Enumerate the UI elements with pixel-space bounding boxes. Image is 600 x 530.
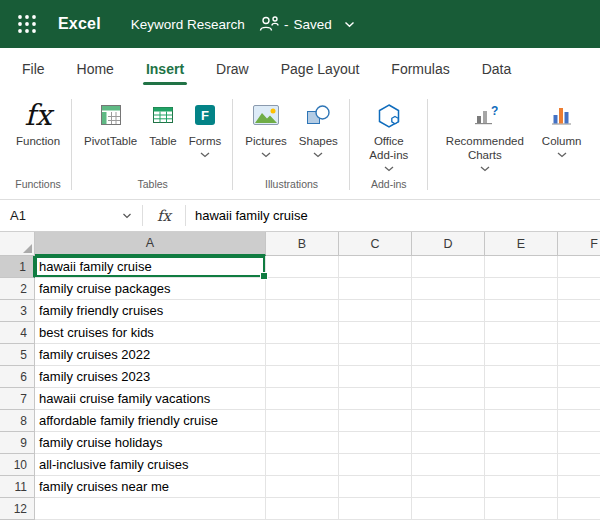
tab-data[interactable]: Data xyxy=(482,48,512,90)
cell-A1[interactable]: hawaii family cruise xyxy=(35,256,266,278)
cell-C7[interactable] xyxy=(339,388,412,410)
row-header-8[interactable]: 8 xyxy=(0,410,35,432)
cell-C3[interactable] xyxy=(339,300,412,322)
cell-B8[interactable] xyxy=(266,410,339,432)
cell-B10[interactable] xyxy=(266,454,339,476)
cell-E1[interactable] xyxy=(485,256,558,278)
cell-A9[interactable]: family cruise holidays xyxy=(35,432,266,454)
cell-E9[interactable] xyxy=(485,432,558,454)
cell-E6[interactable] xyxy=(485,366,558,388)
cell-F7[interactable] xyxy=(558,388,600,410)
row-header-12[interactable]: 12 xyxy=(0,498,35,520)
cell-B5[interactable] xyxy=(266,344,339,366)
cell-D8[interactable] xyxy=(412,410,485,432)
cell-E7[interactable] xyxy=(485,388,558,410)
row-header-5[interactable]: 5 xyxy=(0,344,35,366)
cell-C4[interactable] xyxy=(339,322,412,344)
row-header-6[interactable]: 6 xyxy=(0,366,35,388)
cell-C6[interactable] xyxy=(339,366,412,388)
cell-B2[interactable] xyxy=(266,278,339,300)
cell-F12[interactable] xyxy=(558,498,600,520)
cell-C8[interactable] xyxy=(339,410,412,432)
row-header-7[interactable]: 7 xyxy=(0,388,35,410)
column-header-F[interactable]: F xyxy=(558,232,600,256)
cell-D6[interactable] xyxy=(412,366,485,388)
cell-A8[interactable]: affordable family friendly cruise xyxy=(35,410,266,432)
column-header-C[interactable]: C xyxy=(339,232,412,256)
pivottable-button[interactable]: PivotTable xyxy=(79,90,142,149)
cell-C10[interactable] xyxy=(339,454,412,476)
function-button[interactable]: fx Function xyxy=(11,90,65,149)
tab-draw[interactable]: Draw xyxy=(216,48,249,90)
forms-button[interactable]: F Forms xyxy=(184,90,227,158)
cell-B3[interactable] xyxy=(266,300,339,322)
cell-B1[interactable] xyxy=(266,256,339,278)
cell-A3[interactable]: family friendly cruises xyxy=(35,300,266,322)
select-all-button[interactable] xyxy=(0,232,35,256)
cell-A11[interactable]: family cruises near me xyxy=(35,476,266,498)
cell-C2[interactable] xyxy=(339,278,412,300)
cell-D10[interactable] xyxy=(412,454,485,476)
saved-menu-button[interactable] xyxy=(344,21,355,28)
chevron-down-icon[interactable] xyxy=(122,213,132,219)
cell-E8[interactable] xyxy=(485,410,558,432)
column-header-E[interactable]: E xyxy=(485,232,558,256)
tab-home[interactable]: Home xyxy=(77,48,114,90)
cell-E12[interactable] xyxy=(485,498,558,520)
tab-formulas[interactable]: Formulas xyxy=(391,48,449,90)
cell-F8[interactable] xyxy=(558,410,600,432)
cell-D1[interactable] xyxy=(412,256,485,278)
cell-F9[interactable] xyxy=(558,432,600,454)
office-addins-button[interactable]: Office Add-ins xyxy=(357,90,421,172)
cell-A12[interactable] xyxy=(35,498,266,520)
row-header-9[interactable]: 9 xyxy=(0,432,35,454)
name-box[interactable]: A1 xyxy=(0,200,142,231)
cell-E10[interactable] xyxy=(485,454,558,476)
cell-F5[interactable] xyxy=(558,344,600,366)
cell-C1[interactable] xyxy=(339,256,412,278)
cell-B12[interactable] xyxy=(266,498,339,520)
cell-D7[interactable] xyxy=(412,388,485,410)
cell-A5[interactable]: family cruises 2022 xyxy=(35,344,266,366)
cell-D12[interactable] xyxy=(412,498,485,520)
saved-status-button[interactable]: - Saved xyxy=(284,17,332,32)
insert-function-button[interactable]: fx xyxy=(143,200,185,231)
cell-C9[interactable] xyxy=(339,432,412,454)
cell-F2[interactable] xyxy=(558,278,600,300)
tab-page-layout[interactable]: Page Layout xyxy=(281,48,360,90)
people-icon[interactable] xyxy=(259,15,280,33)
cell-A10[interactable]: all-inclusive family cruises xyxy=(35,454,266,476)
row-header-4[interactable]: 4 xyxy=(0,322,35,344)
app-name[interactable]: Excel xyxy=(58,15,101,33)
column-chart-button[interactable]: Column xyxy=(537,90,587,158)
cell-F3[interactable] xyxy=(558,300,600,322)
cell-F4[interactable] xyxy=(558,322,600,344)
row-header-3[interactable]: 3 xyxy=(0,300,35,322)
cell-C5[interactable] xyxy=(339,344,412,366)
cell-D5[interactable] xyxy=(412,344,485,366)
cell-B7[interactable] xyxy=(266,388,339,410)
cell-A2[interactable]: family cruise packages xyxy=(35,278,266,300)
cell-E11[interactable] xyxy=(485,476,558,498)
cell-F10[interactable] xyxy=(558,454,600,476)
cell-E3[interactable] xyxy=(485,300,558,322)
cell-B6[interactable] xyxy=(266,366,339,388)
cell-B4[interactable] xyxy=(266,322,339,344)
row-header-1[interactable]: 1 xyxy=(0,256,35,278)
shapes-button[interactable]: Shapes xyxy=(294,90,343,158)
cell-B9[interactable] xyxy=(266,432,339,454)
column-header-B[interactable]: B xyxy=(266,232,339,256)
cell-D2[interactable] xyxy=(412,278,485,300)
cell-A6[interactable]: family cruises 2023 xyxy=(35,366,266,388)
cell-D3[interactable] xyxy=(412,300,485,322)
column-header-A[interactable]: A xyxy=(35,232,266,256)
row-header-11[interactable]: 11 xyxy=(0,476,35,498)
cell-C11[interactable] xyxy=(339,476,412,498)
pictures-button[interactable]: Pictures xyxy=(240,90,292,158)
document-title[interactable]: Keyword Research xyxy=(131,17,245,32)
cell-F6[interactable] xyxy=(558,366,600,388)
row-header-2[interactable]: 2 xyxy=(0,278,35,300)
cell-F11[interactable] xyxy=(558,476,600,498)
cell-F1[interactable] xyxy=(558,256,600,278)
formula-input[interactable]: hawaii family cruise xyxy=(186,200,600,231)
